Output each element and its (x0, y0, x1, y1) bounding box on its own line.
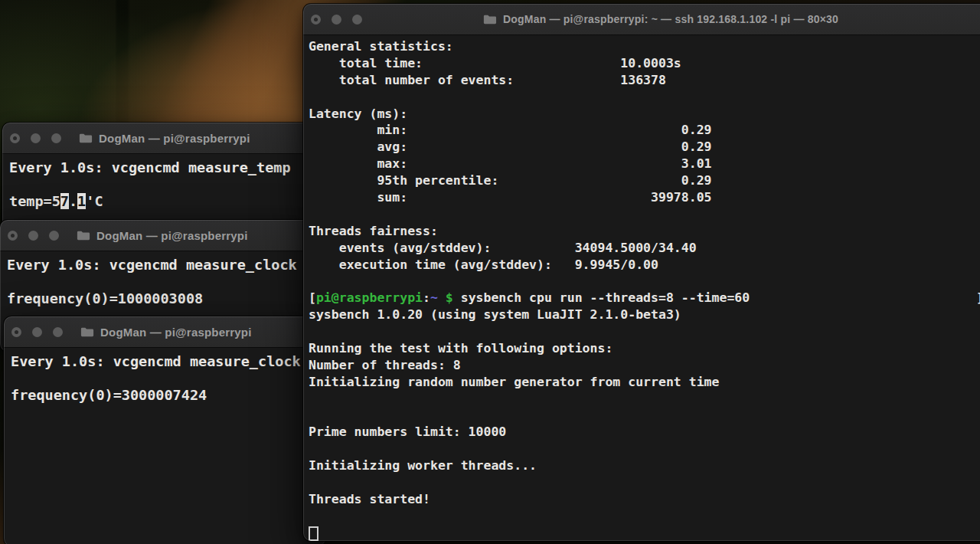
terminal-line: 95th percentile: 0.29 (309, 172, 980, 189)
window-title: DogMan — pi@raspberrypi (96, 229, 248, 242)
zoom-icon[interactable] (53, 327, 63, 337)
folder-proxy-icon[interactable] (483, 14, 497, 25)
window-terminal-clock2: DogMan — pi@raspberrypi Every 1.0s: vcge… (4, 316, 325, 544)
temp-digit-highlighted: 7 (60, 193, 69, 209)
terminal-line: Threads started! (309, 491, 980, 508)
prompt-space (438, 290, 446, 305)
traffic-lights (10, 123, 61, 153)
minimize-icon[interactable] (31, 133, 41, 143)
folder-proxy-icon[interactable] (77, 230, 90, 241)
blank-line (309, 391, 980, 408)
titlebar[interactable]: DogMan — pi@raspberrypi (2, 123, 324, 154)
watch-header-line: Every 1.0s: vcgencmd measure_temp (9, 159, 317, 176)
blank-line (11, 370, 318, 387)
blank-line (309, 273, 980, 290)
window-terminal-ssh-main: DogMan — pi@raspberrypi: ~ — ssh 192.168… (303, 4, 980, 541)
terminal-line: sysbench 1.0.20 (using system LuaJIT 2.1… (309, 306, 980, 323)
traffic-lights (11, 316, 63, 347)
titlebar[interactable]: DogMan — pi@raspberrypi (4, 316, 325, 348)
folder-proxy-icon[interactable] (80, 326, 94, 338)
terminal-line: execution time (avg/stddev): 9.9945/0.00 (309, 257, 980, 274)
blank-line (309, 441, 980, 457)
window-title: DogMan — pi@raspberrypi (99, 132, 250, 145)
blank-line (309, 508, 980, 525)
terminal-line: min: 0.29 (309, 122, 980, 139)
temp-dot: . (69, 193, 77, 209)
terminal-line: total time: 10.0003s (309, 55, 980, 72)
terminal-line: Number of threads: 8 (309, 357, 980, 374)
temp-suffix: 'C (86, 193, 103, 209)
prompt-cwd: ~ (430, 290, 438, 305)
frequency-value-line: frequency(0)=1000003008 (7, 290, 315, 307)
watch-header-line: Every 1.0s: vcgencmd measure_clock (7, 257, 315, 274)
window-title: DogMan — pi@raspberrypi (100, 326, 252, 339)
terminal-line: Initializing worker threads... (309, 457, 980, 474)
terminal-line: Running the test with following options: (309, 340, 980, 357)
traffic-lights (8, 220, 59, 251)
terminal-line: Prime numbers limit: 10000 (309, 424, 980, 441)
minimize-icon[interactable] (332, 15, 341, 25)
terminal-line: Initializing random number generator fro… (309, 374, 980, 391)
terminal-line: Threads fairness: (309, 223, 980, 240)
blank-line (309, 89, 980, 106)
blank-line (309, 408, 980, 424)
command-mark-open: [ (309, 290, 316, 305)
minimize-icon[interactable] (32, 327, 42, 337)
folder-proxy-icon[interactable] (79, 133, 93, 144)
terminal-line: max: 3.01 (309, 156, 980, 172)
minimize-icon[interactable] (28, 231, 38, 241)
terminal-line: Latency (ms): (309, 106, 980, 123)
blank-line (9, 176, 317, 193)
terminal-content[interactable]: General statistics: total time: 10.0003s… (303, 35, 980, 541)
zoom-icon[interactable] (352, 15, 362, 25)
temp-prefix: temp=5 (9, 193, 60, 209)
close-icon[interactable] (8, 231, 18, 241)
terminal-content[interactable]: Every 1.0s: vcgencmd measure_clock frequ… (4, 348, 325, 544)
terminal-line: total number of events: 136378 (309, 72, 980, 89)
temp-value-line: temp=57.1'C (9, 193, 317, 210)
window-title: DogMan — pi@raspberrypi: ~ — ssh 192.168… (503, 13, 838, 25)
terminal-line: General statistics: (309, 38, 980, 55)
blank-line (309, 474, 980, 491)
frequency-value-line: frequency(0)=3000007424 (11, 387, 318, 404)
blank-line (309, 206, 980, 223)
close-icon[interactable] (311, 15, 321, 25)
terminal-line: avg: 0.29 (309, 139, 980, 156)
prompt-user-host: pi@raspberrypi (316, 290, 423, 305)
zoom-icon[interactable] (51, 133, 61, 143)
terminal-line: sum: 39978.05 (309, 189, 980, 206)
terminal-line: events (avg/stddev): 34094.5000/34.40 (309, 240, 980, 257)
prompt-dollar: $ (446, 290, 453, 305)
close-icon[interactable] (10, 133, 20, 143)
close-icon[interactable] (11, 327, 21, 337)
blank-line (309, 323, 980, 340)
zoom-icon[interactable] (49, 231, 59, 241)
titlebar[interactable]: DogMan — pi@raspberrypi (0, 220, 322, 251)
cursor-line (309, 525, 980, 541)
command-mark-close: ] (976, 290, 980, 306)
temp-digit-highlighted: 1 (77, 193, 86, 209)
prompt-line: [pi@raspberrypi:~ $ sysbench cpu run --t… (309, 290, 980, 306)
traffic-lights (311, 4, 362, 34)
prompt-colon: : (423, 290, 430, 305)
titlebar[interactable]: DogMan — pi@raspberrypi: ~ — ssh 192.168… (303, 4, 980, 35)
hollow-block-cursor (309, 526, 318, 541)
prompt-command: sysbench cpu run --threads=8 --time=60 (453, 290, 750, 305)
blank-line (7, 274, 315, 290)
watch-header-line: Every 1.0s: vcgencmd measure_clock (11, 353, 318, 370)
